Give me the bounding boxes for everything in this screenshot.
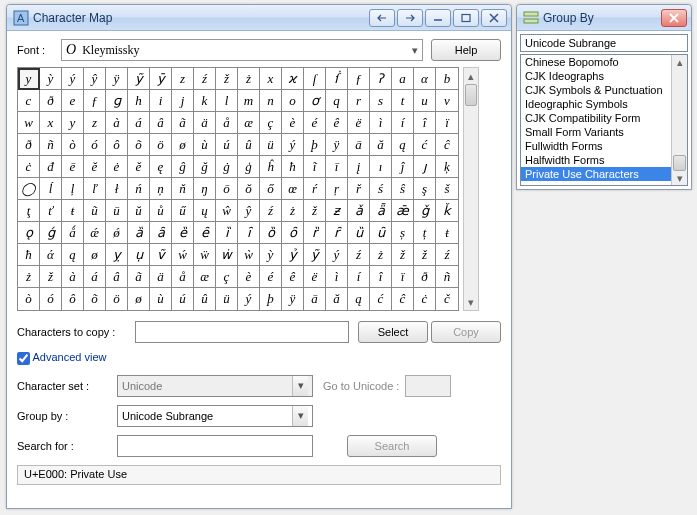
char-cell[interactable]: ā xyxy=(304,288,326,310)
char-cell[interactable]: ê xyxy=(326,112,348,134)
char-cell[interactable]: š xyxy=(436,178,458,200)
char-cell[interactable]: ŭ xyxy=(128,200,150,222)
char-cell[interactable]: ɡ xyxy=(106,90,128,112)
font-combobox[interactable]: O Kleymissky ▾ xyxy=(61,39,423,61)
search-button[interactable]: Search xyxy=(347,435,437,457)
char-cell[interactable]: ĉ xyxy=(392,288,414,310)
char-cell[interactable]: ķ xyxy=(436,156,458,178)
select-button[interactable]: Select xyxy=(358,321,428,343)
close-button[interactable] xyxy=(481,9,507,27)
char-cell[interactable]: é xyxy=(304,112,326,134)
char-cell[interactable]: ń xyxy=(128,178,150,200)
char-cell[interactable]: õ xyxy=(128,134,150,156)
char-cell[interactable]: ē xyxy=(62,156,84,178)
char-cell[interactable]: ñ xyxy=(40,134,62,156)
char-cell[interactable]: ų xyxy=(194,200,216,222)
char-cell[interactable]: m xyxy=(238,90,260,112)
char-cell[interactable]: î xyxy=(370,266,392,288)
char-cell[interactable]: ћ xyxy=(18,244,40,266)
char-cell[interactable]: z xyxy=(84,112,106,134)
char-cell[interactable]: ȃ xyxy=(150,222,172,244)
char-cell[interactable]: ù xyxy=(150,288,172,310)
char-cell[interactable]: ž xyxy=(414,244,436,266)
char-cell[interactable]: ċ xyxy=(18,156,40,178)
char-cell[interactable]: ϰ xyxy=(282,68,304,90)
char-cell[interactable]: v xyxy=(436,90,458,112)
char-cell[interactable]: ǧ xyxy=(414,200,436,222)
char-cell[interactable]: ț xyxy=(414,222,436,244)
char-cell[interactable]: ğ xyxy=(194,156,216,178)
char-cell[interactable]: ẁ xyxy=(238,244,260,266)
char-cell[interactable]: à xyxy=(62,266,84,288)
char-cell[interactable]: l xyxy=(216,90,238,112)
char-cell[interactable]: î xyxy=(414,112,436,134)
copy-input[interactable] xyxy=(135,321,349,343)
char-cell[interactable]: ǣ xyxy=(392,200,414,222)
char-cell[interactable]: ł xyxy=(106,178,128,200)
char-cell[interactable]: ȉ xyxy=(216,222,238,244)
groupby-item[interactable]: Fullwidth Forms xyxy=(521,139,687,153)
char-cell[interactable]: ř xyxy=(348,178,370,200)
char-cell[interactable]: ā xyxy=(348,134,370,156)
char-cell[interactable]: ź xyxy=(348,244,370,266)
char-cell[interactable]: å xyxy=(216,112,238,134)
groupby-item[interactable]: Small Form Variants xyxy=(521,125,687,139)
char-cell[interactable]: ý xyxy=(282,134,304,156)
char-cell[interactable]: ǽ xyxy=(84,222,106,244)
char-cell[interactable]: ǎ xyxy=(348,200,370,222)
char-cell[interactable]: ƶ xyxy=(326,200,348,222)
char-cell[interactable]: o xyxy=(282,90,304,112)
char-cell[interactable]: þ xyxy=(304,134,326,156)
grid-scrollbar[interactable]: ▴ ▾ xyxy=(463,67,479,311)
char-cell[interactable]: ě xyxy=(128,156,150,178)
char-cell[interactable]: ĥ xyxy=(260,156,282,178)
char-cell[interactable]: ẃ xyxy=(172,244,194,266)
groupby-list[interactable]: Chinese BopomofoCJK IdeographsCJK Symbol… xyxy=(520,54,688,186)
char-cell[interactable]: ó xyxy=(40,288,62,310)
char-cell[interactable]: ó xyxy=(84,134,106,156)
char-cell[interactable]: ë xyxy=(304,266,326,288)
char-cell[interactable]: í xyxy=(392,112,414,134)
char-cell[interactable]: h xyxy=(128,90,150,112)
char-cell[interactable]: ü xyxy=(260,134,282,156)
char-cell[interactable]: i xyxy=(150,90,172,112)
char-cell[interactable]: ǵ xyxy=(40,222,62,244)
scroll-up-arrow[interactable]: ▴ xyxy=(464,68,478,84)
char-cell[interactable]: è xyxy=(282,112,304,134)
char-cell[interactable]: ĉ xyxy=(436,134,458,156)
char-cell[interactable]: â xyxy=(106,266,128,288)
char-cell[interactable]: y xyxy=(18,68,40,90)
groupby-item[interactable]: CJK Symbols & Punctuation xyxy=(521,83,687,97)
char-cell[interactable]: ħ xyxy=(282,156,304,178)
char-cell[interactable]: ê xyxy=(282,266,304,288)
char-cell[interactable]: ơ xyxy=(304,90,326,112)
char-cell[interactable]: ǟ xyxy=(370,200,392,222)
char-cell[interactable]: b xyxy=(436,68,458,90)
advanced-view-checkbox[interactable]: Advanced view xyxy=(17,351,501,365)
char-cell[interactable]: ú xyxy=(172,288,194,310)
char-cell[interactable]: ć xyxy=(414,134,436,156)
char-cell[interactable]: ẛ xyxy=(326,68,348,90)
char-cell[interactable]: a xyxy=(392,68,414,90)
char-cell[interactable]: ũ xyxy=(84,200,106,222)
char-cell[interactable]: þ xyxy=(260,288,282,310)
char-cell[interactable]: ą xyxy=(392,134,414,156)
char-cell[interactable]: ű xyxy=(172,200,194,222)
char-cell[interactable]: s xyxy=(370,90,392,112)
char-cell[interactable]: ä xyxy=(194,112,216,134)
char-cell[interactable]: c xyxy=(18,90,40,112)
char-cell[interactable]: ö xyxy=(150,134,172,156)
char-cell[interactable]: ť xyxy=(40,200,62,222)
char-cell[interactable]: ň xyxy=(172,178,194,200)
char-cell[interactable]: ź xyxy=(260,200,282,222)
char-cell[interactable]: ć xyxy=(370,288,392,310)
char-cell[interactable]: ż xyxy=(370,244,392,266)
nav-forward-button[interactable] xyxy=(397,9,423,27)
char-cell[interactable]: ñ xyxy=(436,266,458,288)
char-cell[interactable]: ŏ xyxy=(238,178,260,200)
char-cell[interactable]: ẇ xyxy=(216,244,238,266)
char-cell[interactable]: q xyxy=(326,90,348,112)
char-cell[interactable]: ĝ xyxy=(172,156,194,178)
char-cell[interactable]: û xyxy=(238,134,260,156)
char-cell[interactable]: ė xyxy=(106,156,128,178)
